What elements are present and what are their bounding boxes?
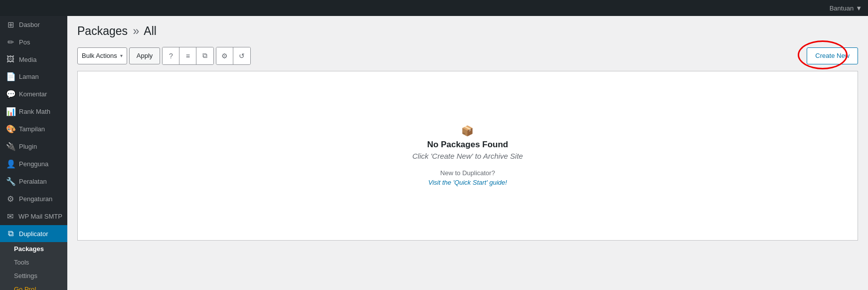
page-title: Packages » All <box>77 24 157 39</box>
top-bar: Bantuan ▼ <box>0 0 868 16</box>
refresh-icon-button[interactable]: ↺ <box>233 47 250 64</box>
sidebar-item-peralatan[interactable]: 🔧 Peralatan <box>0 173 67 190</box>
page-header: Packages » All <box>77 24 858 39</box>
bulk-actions-arrow: ▾ <box>120 53 123 58</box>
toolbar-left: Bulk Actions ▾ Apply ? ≡ ⧉ <box>77 47 251 65</box>
sidebar-item-wp-mail-smtp[interactable]: ✉ WP Mail SMTP <box>0 208 67 225</box>
sidebar-item-label: Pengguna <box>19 160 48 168</box>
sidebar-sub-item-settings[interactable]: Settings <box>0 269 67 283</box>
sidebar-item-label: Rank Math <box>19 108 50 115</box>
help-icon: ? <box>169 52 173 60</box>
settings-icon: ⚙ <box>221 52 228 60</box>
content-box: 📦 No Packages Found Click 'Create New' t… <box>77 71 858 241</box>
help-arrow: ▼ <box>856 4 862 12</box>
refresh-icon: ↺ <box>239 52 245 60</box>
help-label: Bantuan <box>830 4 854 12</box>
icon-group-right: ⚙ ↺ <box>216 47 251 65</box>
empty-state: 📦 No Packages Found Click 'Create New' t… <box>402 105 533 206</box>
icon-group-left: ? ≡ ⧉ <box>162 47 214 65</box>
sidebar-item-laman[interactable]: 📄 Laman <box>0 68 67 85</box>
bulk-actions-select[interactable]: Bulk Actions ▾ <box>77 47 127 64</box>
sidebar-item-label: Pos <box>19 38 30 46</box>
no-packages-text: No Packages Found <box>412 140 523 150</box>
duplicator-icon: ⧉ <box>6 229 15 238</box>
sidebar-item-duplicator[interactable]: ⧉ Duplicator <box>0 225 67 242</box>
laman-icon: 📄 <box>6 72 15 81</box>
sidebar-sub-item-packages[interactable]: Packages <box>0 242 67 256</box>
sidebar-item-pos[interactable]: ✏ Pos <box>0 33 67 51</box>
sidebar: ⊞ Dasbor ✏ Pos 🖼 Media 📄 Laman 💬 Komenta… <box>0 16 67 290</box>
sidebar-item-tampilan[interactable]: 🎨 Tampilan <box>0 120 67 138</box>
sidebar-item-label: Laman <box>19 73 39 80</box>
quick-start-link[interactable]: Visit the 'Quick Start' guide! <box>428 179 507 186</box>
sidebar-item-plugin[interactable]: 🔌 Plugin <box>0 138 67 155</box>
empty-subtitle: Click 'Create New' to Archive Site <box>412 152 523 160</box>
bulk-actions-label: Bulk Actions <box>82 52 117 59</box>
apply-button[interactable]: Apply <box>129 47 161 64</box>
settings-icon-button[interactable]: ⚙ <box>216 47 233 64</box>
peralatan-icon: 🔧 <box>6 177 15 186</box>
pengaturan-icon: ⚙ <box>6 194 15 204</box>
sidebar-item-label: Media <box>19 56 36 63</box>
sidebar-item-label: Pengaturan <box>19 195 52 203</box>
help-icon-button[interactable]: ? <box>163 47 179 64</box>
main-content: Packages » All Bulk Actions ▾ Apply ? <box>67 16 868 290</box>
sidebar-item-media[interactable]: 🖼 Media <box>0 51 67 68</box>
new-to-text: New to Duplicator? <box>412 169 523 177</box>
media-icon: 🖼 <box>6 55 15 64</box>
empty-icon: 📦 <box>412 125 523 137</box>
sidebar-item-komentar[interactable]: 💬 Komentar <box>0 85 67 103</box>
pengguna-icon: 👤 <box>6 159 15 169</box>
sidebar-item-pengguna[interactable]: 👤 Pengguna <box>0 155 67 173</box>
sidebar-item-rank-math[interactable]: 📊 Rank Math <box>0 103 67 120</box>
copy-icon-button[interactable]: ⧉ <box>196 47 213 64</box>
sidebar-item-dasbor[interactable]: ⊞ Dasbor <box>0 16 67 33</box>
sidebar-item-label: Dasbor <box>19 21 40 28</box>
dasbor-icon: ⊞ <box>6 20 15 29</box>
create-new-button[interactable]: Create New <box>807 47 858 64</box>
sidebar-item-label: Peralatan <box>19 178 47 185</box>
list-icon: ≡ <box>186 52 190 60</box>
wp-mail-smtp-icon: ✉ <box>6 212 14 221</box>
sidebar-item-label: WP Mail SMTP <box>18 213 62 220</box>
sidebar-item-label: Komentar <box>19 90 47 98</box>
list-icon-button[interactable]: ≡ <box>179 47 196 64</box>
komentar-icon: 💬 <box>6 89 15 99</box>
rank-math-icon: 📊 <box>6 107 15 116</box>
copy-icon: ⧉ <box>202 51 207 60</box>
sidebar-sub-menu: Packages Tools Settings Go Pro! <box>0 242 67 290</box>
plugin-icon: 🔌 <box>6 142 15 151</box>
sidebar-item-label: Duplicator <box>19 230 48 238</box>
sidebar-sub-item-go-pro[interactable]: Go Pro! <box>0 283 67 290</box>
sidebar-item-label: Plugin <box>19 143 37 150</box>
sidebar-sub-item-tools[interactable]: Tools <box>0 256 67 269</box>
sidebar-item-label: Tampilan <box>19 125 45 133</box>
sidebar-item-pengaturan[interactable]: ⚙ Pengaturan <box>0 190 67 208</box>
create-new-wrapper: Create New <box>807 47 858 64</box>
help-menu[interactable]: Bantuan ▼ <box>830 4 862 12</box>
pos-icon: ✏ <box>6 37 15 47</box>
tampilan-icon: 🎨 <box>6 124 15 134</box>
toolbar-row: Bulk Actions ▾ Apply ? ≡ ⧉ <box>77 47 858 65</box>
